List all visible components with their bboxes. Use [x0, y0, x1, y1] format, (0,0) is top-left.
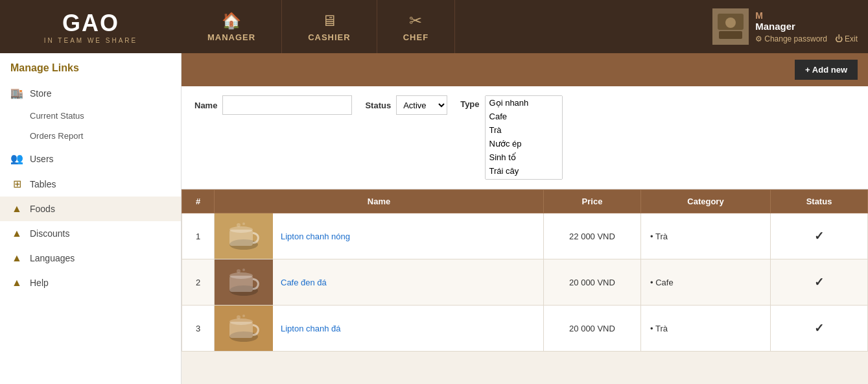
- status-check-icon: ✓: [814, 276, 824, 289]
- col-name: Name: [215, 190, 544, 213]
- nav-chef-label: CHEF: [403, 32, 428, 42]
- store-icon: 🏬: [10, 87, 23, 99]
- sidebar-help-label: Help: [30, 278, 49, 288]
- nav-manager-label: MANAGER: [207, 32, 255, 42]
- food-name-link[interactable]: Lipton chanh đá: [281, 324, 341, 333]
- exit-icon: ⏻: [835, 34, 843, 43]
- avatar: [712, 8, 749, 45]
- user-initial: M: [755, 10, 858, 21]
- row-num: 1: [182, 213, 215, 259]
- status-filter-select[interactable]: ActiveInactiveAll: [396, 95, 447, 115]
- row-status: ✓: [771, 306, 868, 352]
- svg-point-16: [229, 318, 253, 325]
- svg-point-12: [237, 269, 240, 273]
- svg-point-8: [242, 222, 245, 225]
- svg-rect-2: [719, 31, 742, 39]
- cashier-icon: 🖥: [322, 12, 337, 30]
- help-icon: ▲: [10, 277, 23, 289]
- row-name-cell: Cafe đen đá: [215, 259, 544, 306]
- table-body: 1 Lipton chanh nóng22 000 VND• Trà✓2 Caf…: [182, 213, 868, 352]
- table-header-row: # Name Price Category Status: [182, 190, 868, 213]
- change-password-link[interactable]: ⚙ Change password: [755, 34, 827, 43]
- current-status-label: Current Status: [30, 111, 84, 121]
- orders-report-label: Orders Report: [30, 131, 83, 141]
- type-filter-listbox[interactable]: Gọi nhanhCafeTràNước épSinh tốTrái câyKe…: [485, 95, 563, 180]
- nav-cashier[interactable]: 🖥 CASHIER: [282, 0, 377, 53]
- sidebar-foods-label: Foods: [30, 204, 55, 214]
- row-price: 20 000 VND: [544, 306, 641, 352]
- row-price: 22 000 VND: [544, 213, 641, 259]
- users-icon: 👥: [10, 152, 23, 165]
- header: GAO IN TEAM WE SHARE 🏠 MANAGER 🖥 CASHIER…: [0, 0, 868, 53]
- food-name-link[interactable]: Lipton chanh nóng: [281, 232, 350, 241]
- sidebar-item-discounts[interactable]: ▲ Discounts: [0, 221, 181, 246]
- exit-link[interactable]: ⏻ Exit: [835, 34, 858, 43]
- svg-point-13: [242, 269, 245, 271]
- nav-items: 🏠 MANAGER 🖥 CASHIER ✂ CHEF: [182, 0, 702, 53]
- avatar-image: [712, 8, 749, 45]
- row-status: ✓: [771, 213, 868, 259]
- brand-name: GAO: [44, 10, 138, 37]
- row-status: ✓: [771, 259, 868, 306]
- brand-tagline: IN TEAM WE SHARE: [44, 37, 138, 44]
- user-info: M Manager ⚙ Change password ⏻ Exit: [755, 10, 858, 43]
- food-name-link[interactable]: Cafe đen đá: [281, 278, 327, 287]
- svg-point-3: [725, 18, 736, 28]
- row-num: 2: [182, 259, 215, 306]
- status-filter-group: Status ActiveInactiveAll: [365, 95, 447, 115]
- name-filter-input[interactable]: [222, 95, 352, 115]
- gear-icon: ⚙: [755, 34, 762, 43]
- sidebar-discounts-label: Discounts: [30, 228, 69, 239]
- tables-icon: ⊞: [10, 178, 23, 190]
- table-row: 2 Cafe đen đá20 000 VND• Cafe✓: [182, 259, 868, 306]
- sidebar: Manage Links 🏬 Store Current Status Orde…: [0, 53, 182, 384]
- languages-icon: ▲: [10, 252, 23, 264]
- nav-chef[interactable]: ✂ CHEF: [377, 0, 455, 53]
- sidebar-users-label: Users: [30, 154, 54, 164]
- nav-cashier-label: CASHIER: [308, 32, 351, 42]
- svg-point-7: [237, 223, 240, 227]
- logo-area: GAO IN TEAM WE SHARE: [0, 0, 182, 53]
- row-num: 3: [182, 306, 215, 352]
- content-area: + Add new Name Status ActiveInactiveAll …: [182, 53, 868, 384]
- header-right: M Manager ⚙ Change password ⏻ Exit: [702, 0, 868, 53]
- add-new-button[interactable]: + Add new: [795, 60, 858, 80]
- status-filter-label: Status: [365, 101, 391, 110]
- row-name-cell: Lipton chanh đá: [215, 306, 544, 352]
- filter-bar: Name Status ActiveInactiveAll Type Gọi n…: [182, 86, 868, 189]
- sidebar-item-store[interactable]: 🏬 Store: [0, 80, 181, 106]
- food-thumbnail: [215, 259, 273, 305]
- col-status: Status: [771, 190, 868, 213]
- foods-table: # Name Price Category Status 1 Lipton ch…: [182, 189, 868, 352]
- sidebar-subitem-current-status[interactable]: Current Status: [0, 106, 181, 126]
- row-category: • Cafe: [641, 259, 771, 306]
- sidebar-item-help[interactable]: ▲ Help: [0, 270, 181, 295]
- main-layout: Manage Links 🏬 Store Current Status Orde…: [0, 53, 868, 384]
- content-header: + Add new: [182, 53, 868, 86]
- chef-icon: ✂: [409, 12, 422, 30]
- sidebar-tables-label: Tables: [30, 179, 56, 189]
- status-check-icon: ✓: [814, 230, 824, 243]
- table-header: # Name Price Category Status: [182, 190, 868, 213]
- table-row: 3 Lipton chanh đá20 000 VND• Trà✓: [182, 306, 868, 352]
- type-filter-label: Type: [460, 99, 479, 109]
- svg-point-11: [229, 272, 253, 279]
- manager-icon: 🏠: [222, 12, 241, 30]
- sidebar-item-foods[interactable]: ▲ Foods: [0, 197, 181, 221]
- svg-point-18: [242, 315, 245, 317]
- sidebar-subitem-orders-report[interactable]: Orders Report: [0, 126, 181, 146]
- svg-point-17: [237, 315, 240, 319]
- sidebar-item-users[interactable]: 👥 Users: [0, 146, 181, 171]
- name-filter-group: Name: [194, 95, 352, 115]
- table-row: 1 Lipton chanh nóng22 000 VND• Trà✓: [182, 213, 868, 259]
- food-thumbnail: [215, 213, 273, 259]
- sidebar-item-languages[interactable]: ▲ Languages: [0, 246, 181, 270]
- foods-icon: ▲: [10, 203, 23, 215]
- row-category: • Trà: [641, 306, 771, 352]
- col-price: Price: [544, 190, 641, 213]
- type-filter-group: Type Gọi nhanhCafeTràNước épSinh tốTrái …: [460, 95, 484, 180]
- sidebar-item-tables[interactable]: ⊞ Tables: [0, 171, 181, 197]
- nav-manager[interactable]: 🏠 MANAGER: [182, 0, 282, 53]
- food-thumbnail: [215, 306, 273, 351]
- user-name: Manager: [755, 21, 858, 32]
